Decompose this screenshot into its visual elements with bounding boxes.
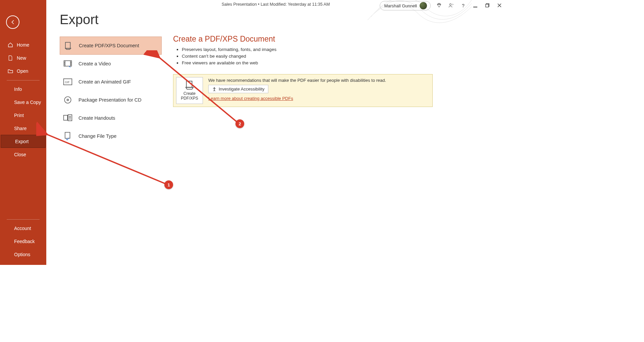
create-btn-line2: PDF/XPS (181, 96, 198, 101)
nav-save-copy[interactable]: Save a Copy (0, 96, 46, 109)
printer-icon (184, 80, 195, 90)
export-opt-cd[interactable]: Package Presentation for CD (60, 91, 162, 109)
nav-print[interactable]: Print (0, 109, 46, 122)
export-opt-label: Create a Video (78, 61, 111, 66)
cd-icon (63, 96, 72, 104)
nav-label: Save a Copy (14, 100, 41, 105)
export-opt-label: Create Handouts (78, 115, 115, 121)
export-opt-label: Create an Animated GIF (78, 79, 131, 84)
backstage-sidebar: Home New Open Info Save a Copy Print Sha… (0, 0, 46, 265)
annotation-badge-2: 2 (235, 119, 244, 128)
nav-label: Close (14, 152, 26, 157)
video-icon (63, 60, 72, 67)
home-icon (7, 42, 13, 48)
svg-point-8 (64, 97, 71, 103)
nav-label: Home (17, 42, 29, 48)
nav-label: Options (14, 252, 30, 257)
nav-close[interactable]: Close (0, 148, 46, 161)
reco-text: We have recommendations that will make t… (208, 78, 430, 83)
create-pdf-xps-button[interactable]: Create PDF/XPS (176, 77, 203, 104)
nav-home[interactable]: Home (0, 38, 46, 51)
detail-bullet: Free viewers are available on the web (182, 60, 433, 65)
export-options-list: Create PDF/XPS Document Create a Video G… (60, 37, 162, 145)
investigate-accessibility-button[interactable]: Investigate Accessibility (208, 85, 268, 93)
gif-icon: GIF (63, 78, 72, 86)
nav-share[interactable]: Share (0, 122, 46, 135)
pdf-icon (63, 41, 73, 50)
accessibility-recommendation-box: Create PDF/XPS We have recommendations t… (173, 74, 433, 107)
back-button[interactable] (6, 15, 19, 29)
nav-label: Print (14, 113, 24, 118)
nav-new[interactable]: New (0, 51, 46, 64)
change-type-icon (63, 132, 72, 140)
svg-point-14 (214, 87, 215, 88)
export-opt-label: Create PDF/XPS Document (79, 43, 139, 48)
svg-rect-4 (65, 42, 70, 48)
export-opt-label: Package Presentation for CD (78, 97, 142, 103)
nav-export[interactable]: Export (1, 135, 46, 148)
new-icon (7, 55, 13, 61)
nav-info[interactable]: Info (0, 82, 46, 96)
accessibility-icon (212, 87, 217, 92)
nav-feedback[interactable]: Feedback (0, 235, 46, 248)
nav-label: New (17, 55, 26, 61)
nav-label: Share (14, 126, 26, 131)
handouts-icon (63, 114, 72, 122)
detail-title: Create a PDF/XPS Document (173, 35, 433, 44)
export-opt-gif[interactable]: GIF Create an Animated GIF (60, 73, 162, 91)
nav-divider (7, 80, 40, 80)
nav-options[interactable]: Options (0, 248, 46, 261)
export-opt-handouts[interactable]: Create Handouts (60, 109, 162, 127)
nav-label: Account (14, 226, 31, 231)
nav-label: Open (17, 68, 28, 74)
arrow-left-icon (10, 19, 16, 25)
accessible-pdf-link[interactable]: Learn more about creating accessible PDF… (208, 96, 430, 101)
open-icon (7, 69, 13, 73)
nav-divider (7, 219, 40, 220)
export-opt-video[interactable]: Create a Video (60, 55, 162, 73)
nav-label: Feedback (14, 239, 35, 244)
svg-text:GIF: GIF (65, 81, 70, 84)
annotation-badge-1: 1 (164, 180, 173, 189)
svg-rect-12 (65, 132, 70, 138)
nav-label: Info (14, 87, 22, 92)
detail-bullet: Preserves layout, formatting, fonts, and… (182, 47, 433, 52)
export-opt-pdf[interactable]: Create PDF/XPS Document (60, 37, 162, 55)
nav-open[interactable]: Open (0, 64, 46, 77)
detail-bullets: Preserves layout, formatting, fonts, and… (173, 47, 433, 65)
svg-point-9 (67, 99, 69, 101)
nav-label: Export (15, 139, 29, 144)
detail-bullet: Content can't be easily changed (182, 54, 433, 59)
page-title: Export (60, 12, 505, 27)
export-opt-label: Change File Type (78, 133, 116, 139)
svg-rect-10 (64, 115, 68, 120)
nav-account[interactable]: Account (0, 222, 46, 235)
export-opt-change-type[interactable]: Change File Type (60, 127, 162, 145)
export-page: Export Create PDF/XPS Document Create a … (46, 0, 505, 265)
export-detail-panel: Create a PDF/XPS Document Preserves layo… (173, 37, 433, 145)
inv-btn-label: Investigate Accessibility (219, 87, 265, 92)
create-btn-line1: Create (183, 91, 196, 96)
svg-rect-13 (186, 81, 192, 87)
